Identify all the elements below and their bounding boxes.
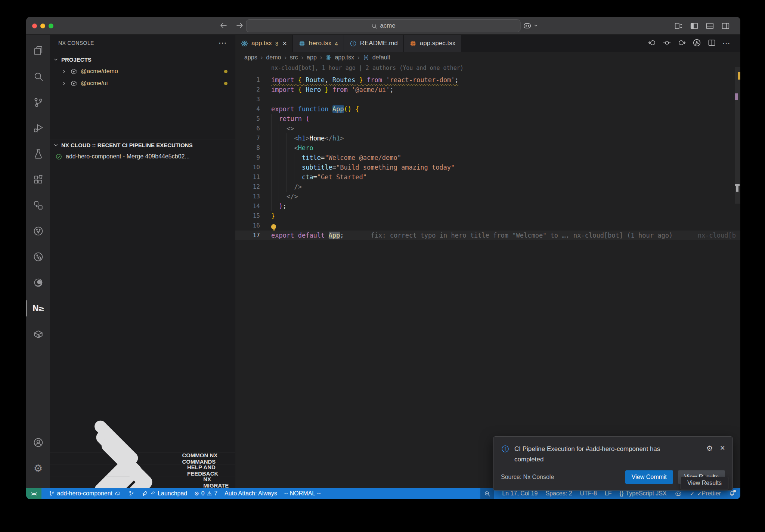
modified-marker — [735, 93, 738, 100]
editor-actions: ⋯ — [648, 35, 740, 52]
explorer-icon[interactable] — [26, 38, 50, 64]
activity-bar-bottom: ⚙ — [26, 430, 50, 481]
react-icon — [298, 40, 306, 47]
nx-console-icon[interactable]: N≥ — [26, 296, 50, 321]
pipeline-icon[interactable] — [26, 218, 50, 244]
copilot-icon — [523, 21, 532, 30]
section-projects[interactable]: PROJECTS — [50, 54, 235, 65]
toggle-primary-sidebar-icon[interactable] — [690, 21, 699, 32]
section-nx-cloud[interactable]: NX CLOUD :: RECENT CI PIPELINE EXECUTION… — [50, 139, 235, 151]
braces-icon: {} — [620, 490, 624, 497]
inline-git-blame: fix: correct typo in hero title from "We… — [371, 232, 673, 239]
breadcrumb-item[interactable]: src — [290, 54, 298, 61]
git-branch-item[interactable]: add-hero-component — [49, 490, 121, 497]
minimize-window-button[interactable] — [40, 24, 45, 28]
tab-readme-md[interactable]: README.md — [344, 35, 404, 52]
lightbulb-icon[interactable] — [271, 224, 276, 229]
breadcrumb-item[interactable]: apps — [244, 54, 257, 61]
launchpad-item[interactable]: Launchpad — [142, 490, 187, 497]
breadcrumb-item[interactable]: app.tsx — [335, 54, 354, 61]
source-control-search-icon[interactable] — [26, 244, 50, 270]
notification-close-icon[interactable]: × — [720, 444, 725, 452]
close-tab-icon[interactable]: × — [282, 40, 287, 47]
references-icon[interactable] — [26, 192, 50, 218]
toggle-panel-icon[interactable] — [705, 21, 715, 32]
indentation-item[interactable]: Spaces: 2 — [545, 490, 572, 497]
code-area[interactable]: nx-cloud[bot], 1 hour ago | 2 authors (Y… — [235, 63, 740, 488]
containers-icon[interactable] — [26, 321, 50, 347]
source-control-icon[interactable] — [26, 89, 50, 115]
auto-attach-item[interactable]: Auto Attach: Always — [224, 490, 277, 497]
language-mode-item[interactable]: {} TypeScript JSX — [620, 490, 667, 497]
git-blame-heading: nx-cloud[bot], 1 hour ago | 2 authors (Y… — [235, 63, 740, 73]
code-line: 11 cta="Get Started" — [235, 172, 740, 182]
git-branch-alt-icon — [128, 491, 134, 497]
encoding-item[interactable]: UTF-8 — [580, 490, 597, 497]
chevron-right-icon — [61, 81, 67, 86]
scrollbar-slider[interactable] — [735, 67, 740, 204]
tab-app-spec-tsx[interactable]: app.spec.tsx — [404, 35, 461, 52]
eol-item[interactable]: LF — [605, 490, 612, 497]
customize-layout-icon[interactable] — [674, 21, 683, 32]
warning-icon: ⚠ — [207, 490, 212, 497]
zoom-out-item[interactable] — [480, 488, 494, 499]
split-editor-icon[interactable] — [707, 38, 716, 49]
code-line: 2import { Hero } from '@acme/ui'; — [235, 85, 740, 95]
history-back-icon[interactable] — [219, 21, 228, 31]
pipeline-execution-row[interactable]: add-hero-component - Merge 409b44e5cb02.… — [50, 151, 235, 163]
view-commit-button[interactable]: View Commit — [625, 470, 673, 484]
project-acme-ui[interactable]: @acme/ui — [50, 77, 235, 89]
tab-app-tsx[interactable]: app.tsx 3 × — [235, 35, 293, 52]
notification-dot — [733, 490, 736, 492]
cursor-position-item[interactable]: Ln 17, Col 19 — [502, 490, 538, 497]
overview-ruler[interactable] — [735, 63, 740, 488]
code-line: 14 ); — [235, 201, 740, 211]
info-icon — [350, 40, 357, 47]
testing-icon[interactable] — [26, 141, 50, 167]
accounts-icon[interactable] — [26, 430, 50, 455]
symbol-default-icon — [363, 55, 369, 61]
breadcrumb-item[interactable]: app — [307, 54, 317, 61]
remote-indicator[interactable]: >< — [26, 488, 41, 499]
copilot-status-item[interactable] — [675, 490, 682, 497]
command-center-search[interactable]: acme — [246, 19, 521, 32]
code-line: 6 <> — [235, 124, 740, 133]
search-icon[interactable] — [26, 64, 50, 89]
line-number: 5 — [235, 114, 260, 124]
code-line: 10 subtitle="Build something amazing tod… — [235, 163, 740, 172]
edge-devtools-icon[interactable] — [26, 270, 50, 296]
code-line: 9 title="Welcome @acme/demo" — [235, 153, 740, 163]
double-check-icon: ✓ — [697, 490, 702, 497]
nav-forward-commit-icon[interactable] — [678, 38, 686, 49]
copilot-menu-button[interactable] — [523, 21, 538, 30]
publish-cloud-icon — [115, 491, 121, 497]
run-debug-icon[interactable] — [26, 115, 50, 141]
notifications-bell-item[interactable] — [729, 491, 735, 497]
nx-console-sidebar: NX CONSOLE ⋯ PROJECTS @acme/demo @acme/u… — [50, 35, 235, 488]
chevron-right-icon — [61, 69, 67, 74]
line-number: 3 — [235, 95, 260, 104]
commit-icon[interactable] — [663, 38, 671, 49]
extensions-icon[interactable] — [26, 167, 50, 192]
breadcrumb-item[interactable]: demo — [266, 54, 281, 61]
gitlens-graph-icon[interactable] — [693, 38, 701, 49]
formatter-item[interactable]: ✓✓ Prettier — [690, 490, 721, 497]
chevron-right-icon — [53, 408, 201, 499]
nav-back-commit-icon[interactable] — [648, 38, 656, 49]
settings-gear-icon[interactable]: ⚙ — [26, 455, 50, 481]
project-acme-demo[interactable]: @acme/demo — [50, 65, 235, 77]
close-window-button[interactable] — [32, 24, 37, 28]
search-icon — [371, 23, 377, 29]
problems-item[interactable]: ⊗ 0 ⚠ 7 — [194, 490, 217, 497]
section-nx-migrate[interactable]: NX MIGRATE — [50, 476, 235, 488]
code-line: 16 — [235, 221, 740, 231]
tab-bar: app.tsx 3 × hero.tsx 4 README.md app.spe… — [235, 35, 740, 52]
notification-settings-gear-icon[interactable]: ⚙ — [706, 444, 713, 453]
history-forward-icon[interactable] — [235, 21, 244, 31]
vim-mode-item[interactable]: -- NORMAL -- — [284, 490, 321, 497]
tab-hero-tsx[interactable]: hero.tsx 4 — [293, 35, 344, 52]
breadcrumb-item[interactable]: default — [372, 54, 390, 61]
zoom-window-button[interactable] — [49, 24, 53, 28]
toggle-secondary-sidebar-icon[interactable] — [721, 21, 730, 32]
source-control-extra-item[interactable] — [128, 491, 134, 497]
